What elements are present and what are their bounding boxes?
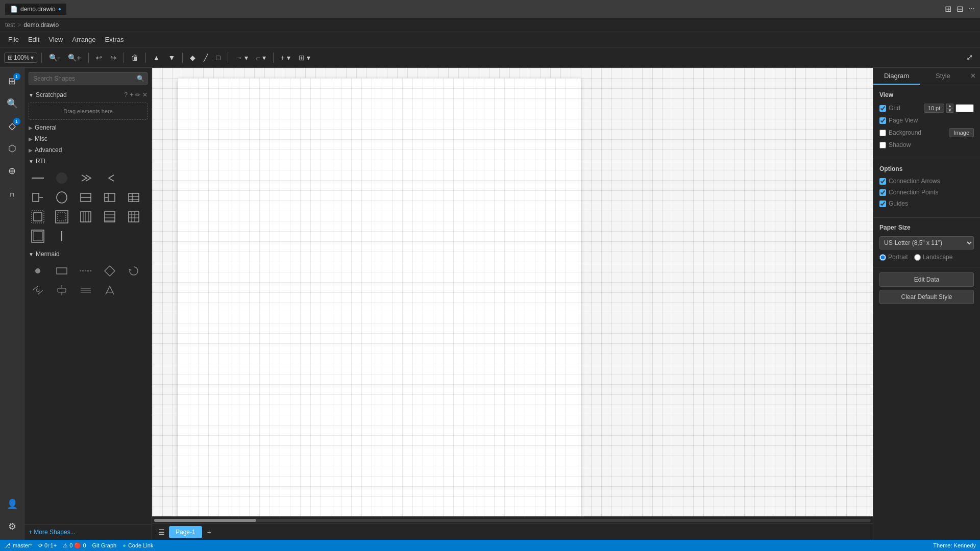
connection-points-label[interactable]: Connection Points	[879, 189, 938, 196]
issues-item[interactable]: ⚠ 0 🔴 0	[63, 542, 86, 549]
table-btn[interactable]: ⊞ ▾	[296, 52, 313, 63]
rtl-header[interactable]: ▼ RTL	[24, 156, 152, 167]
category-general[interactable]: ▶ General	[24, 122, 152, 133]
grid-up-btn[interactable]: ▲	[946, 104, 953, 108]
rtl-shape-frame[interactable]	[29, 227, 47, 245]
guides-checkbox[interactable]	[879, 201, 886, 207]
mermaid-circle-arrows[interactable]	[125, 262, 143, 280]
rtl-shape-arrow-left[interactable]	[101, 169, 119, 187]
zoom-selector[interactable]: ⊞ 100% ▾	[4, 53, 37, 63]
rtl-shape-rect-4split[interactable]	[125, 188, 143, 207]
page-view-label[interactable]: Page View	[879, 117, 918, 124]
redo-btn[interactable]: ↪	[107, 52, 119, 63]
plugins-btn[interactable]: ⑃	[3, 184, 21, 203]
shadow-label[interactable]: Shadow	[879, 141, 911, 148]
delete-btn[interactable]: 🗑	[128, 52, 141, 63]
waypoint-btn[interactable]: ⌐ ▾	[253, 52, 269, 63]
rtl-shape-rect-3split[interactable]	[101, 188, 119, 207]
rtl-shape-box-lines[interactable]	[77, 208, 95, 226]
category-misc[interactable]: ▶ Misc	[24, 133, 152, 144]
portrait-option[interactable]: Portrait	[879, 254, 908, 261]
mermaid-item-8[interactable]	[77, 281, 95, 299]
file-tab[interactable]: 📄 demo.drawio ●	[5, 4, 66, 15]
shapes-btn[interactable]: ⬡	[3, 139, 21, 158]
horizontal-scrollbar[interactable]	[154, 519, 871, 522]
grid-color-swatch[interactable]	[955, 104, 974, 112]
components-btn[interactable]: ⊕	[3, 162, 21, 180]
rtl-shape-empty[interactable]	[125, 169, 143, 187]
layout-icon[interactable]: ⊟	[957, 4, 963, 14]
scratchpad-edit[interactable]: ✏	[135, 91, 140, 98]
background-label[interactable]: Background	[879, 129, 921, 136]
page-view-checkbox[interactable]	[879, 117, 886, 124]
scratchpad-help[interactable]: ?	[124, 91, 128, 98]
landscape-radio[interactable]	[914, 254, 921, 261]
more-icon[interactable]: ···	[968, 4, 975, 14]
page-tab-1[interactable]: Page-1	[169, 526, 202, 538]
mermaid-item-6[interactable]	[29, 281, 47, 299]
grid-checkbox[interactable]	[879, 105, 886, 112]
edit-data-btn[interactable]: Edit Data	[879, 272, 974, 287]
panel-close-btn[interactable]: ✕	[966, 68, 980, 85]
shadow-checkbox[interactable]	[879, 142, 886, 148]
account-btn[interactable]: 👤	[3, 495, 21, 513]
branch-item[interactable]: ⎇ master*	[4, 542, 32, 549]
clear-default-style-btn[interactable]: Clear Default Style	[879, 290, 974, 304]
grid-down-btn[interactable]: ▼	[946, 108, 953, 113]
shape-btn[interactable]: □	[213, 52, 223, 63]
scratchpad-add[interactable]: +	[130, 91, 133, 98]
connection-arrows-checkbox[interactable]	[879, 178, 886, 185]
explorer-btn[interactable]: ⊞ 1	[3, 72, 21, 90]
grid-size-input[interactable]	[924, 104, 944, 113]
rtl-shape-line[interactable]	[29, 169, 47, 187]
landscape-option[interactable]: Landscape	[914, 254, 953, 261]
extensions-icon[interactable]: ⊞	[945, 4, 951, 14]
sync-item[interactable]: ⟳ 0↑1+	[38, 542, 57, 549]
zoom-in-btn[interactable]: 🔍+	[65, 52, 84, 63]
mermaid-item-7[interactable]	[53, 281, 71, 299]
scrollbar-thumb[interactable]	[154, 519, 256, 522]
rtl-shape-box-in[interactable]	[53, 208, 71, 226]
add-page-btn[interactable]: +	[204, 527, 214, 537]
undo-btn[interactable]: ↩	[93, 52, 105, 63]
to-back-btn[interactable]: ▼	[165, 52, 178, 63]
rtl-shape-box-rows[interactable]	[101, 208, 119, 226]
rtl-shape-arrow-right[interactable]	[77, 169, 95, 187]
rtl-shape-box-out[interactable]	[29, 208, 47, 226]
tab-diagram[interactable]: Diagram	[873, 68, 920, 85]
search-input[interactable]	[29, 72, 148, 85]
rtl-shape-oval[interactable]	[53, 188, 71, 207]
mermaid-line[interactable]	[77, 262, 95, 280]
zoom-out-btn[interactable]: 🔍-	[46, 52, 63, 63]
to-front-btn[interactable]: ▲	[150, 52, 163, 63]
fit-page-btn[interactable]: ⤢	[963, 51, 976, 64]
diagram-btn[interactable]: ◇ 1	[3, 117, 21, 135]
rtl-shape-box-both[interactable]	[125, 208, 143, 226]
paper-size-select[interactable]: US-Letter (8,5" x 11") A4 A3 Legal	[879, 236, 974, 249]
mermaid-rect[interactable]	[53, 262, 71, 280]
connection-points-checkbox[interactable]	[879, 189, 886, 196]
mermaid-item-9[interactable]	[101, 281, 119, 299]
scratchpad-close[interactable]: ✕	[142, 91, 148, 98]
settings-btn[interactable]: ⚙	[3, 517, 21, 536]
mermaid-dot[interactable]	[29, 262, 47, 280]
rtl-shape-gate1[interactable]	[29, 188, 47, 207]
page-menu-btn[interactable]: ☰	[156, 527, 167, 537]
fill-btn[interactable]: ◆	[187, 52, 199, 63]
more-shapes-btn[interactable]: + More Shapes...	[29, 529, 148, 536]
menu-extras[interactable]: Extras	[101, 34, 128, 45]
connector-btn[interactable]: → ▾	[232, 52, 251, 63]
rtl-shape-vline[interactable]	[53, 227, 71, 245]
insert-btn[interactable]: + ▾	[278, 52, 293, 63]
menu-arrange[interactable]: Arrange	[68, 34, 100, 45]
menu-edit[interactable]: Edit	[24, 34, 43, 45]
background-checkbox[interactable]	[879, 130, 886, 136]
guides-label[interactable]: Guides	[879, 200, 908, 207]
tab-style[interactable]: Style	[920, 68, 966, 85]
grid-label[interactable]: Grid	[879, 105, 900, 112]
mermaid-header[interactable]: ▼ Mermaid	[24, 248, 152, 260]
menu-file[interactable]: File	[4, 34, 23, 45]
search-btn[interactable]: 🔍	[3, 94, 21, 113]
scratchpad-header[interactable]: ▼ Scratchpad ? + ✏ ✕	[24, 89, 152, 101]
code-link-item[interactable]: ● Code Link	[122, 542, 153, 548]
